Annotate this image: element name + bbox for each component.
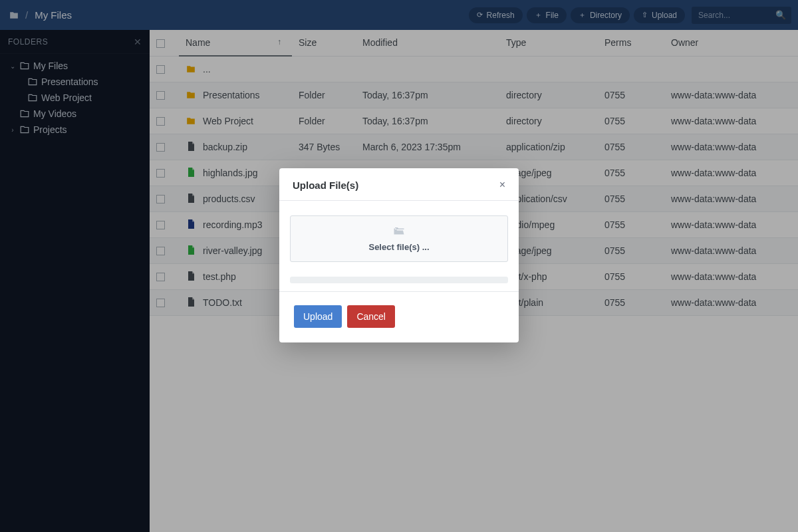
upload-confirm-button[interactable]: Upload <box>294 305 342 328</box>
close-icon[interactable]: × <box>499 179 505 191</box>
cancel-button[interactable]: Cancel <box>347 305 395 328</box>
modal-title: Upload File(s) <box>293 180 358 191</box>
file-dropzone[interactable]: Select file(s) ... <box>290 215 508 262</box>
folder-open-icon <box>392 225 406 239</box>
modal-body: Select file(s) ... <box>279 201 519 292</box>
upload-progress <box>290 277 508 283</box>
upload-modal: Upload File(s) × Select file(s) ... Uplo… <box>279 168 519 342</box>
modal-header: Upload File(s) × <box>279 168 519 201</box>
modal-footer: Upload Cancel <box>279 292 519 342</box>
dropzone-label: Select file(s) ... <box>368 242 429 252</box>
